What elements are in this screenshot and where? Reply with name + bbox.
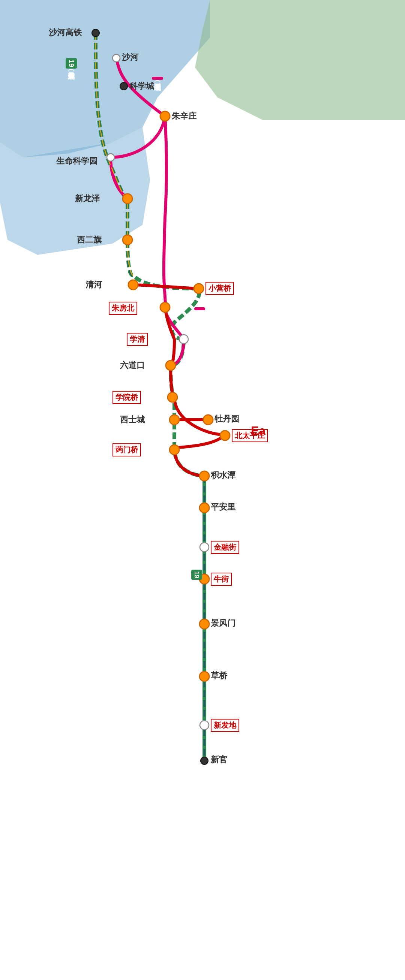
station-label-mudanyuan: 牡丹园	[215, 414, 239, 425]
station-label-shahe: 沙河	[122, 52, 139, 63]
station-label-jishuitan: 积水潭	[211, 469, 236, 481]
svg-point-5	[120, 83, 128, 90]
station-label-kexuecheng: 科学城	[129, 81, 154, 92]
svg-point-4	[113, 54, 120, 62]
station-label-jingfengmen: 景风门	[211, 617, 236, 629]
station-label-xinlongze: 新龙泽	[75, 193, 100, 204]
line-label-19north: 19号线北延（规划）	[65, 58, 77, 68]
station-label-xiaoyingqiao: 小营桥	[206, 282, 234, 295]
station-label-pinganli: 平安里	[211, 501, 236, 513]
svg-marker-2	[0, 127, 150, 255]
map-container: 沙河高铁 沙河 科学城 朱辛庄 生命科学园 新龙泽 西二旗 清河 小营桥 朱房北…	[0, 0, 405, 980]
station-label-niujie: 牛街	[211, 573, 232, 586]
svg-point-9	[123, 235, 132, 245]
svg-point-25	[199, 671, 209, 681]
line-label-19second: 19号线二期（在建）	[191, 570, 202, 580]
svg-marker-0	[0, 0, 210, 158]
station-label-zhuifangbei: 朱房北	[109, 302, 137, 315]
station-label-liudaokou: 六道口	[120, 360, 145, 371]
svg-point-10	[128, 280, 138, 290]
svg-point-3	[92, 29, 99, 37]
ea-label: Ea	[251, 424, 266, 438]
station-label-zhuxinzhuang: 朱辛庄	[172, 111, 196, 122]
svg-point-13	[179, 335, 188, 344]
station-label-xinguan: 新官	[211, 754, 227, 765]
station-label-jianmengqiao: 蒟门桥	[113, 443, 141, 457]
svg-point-15	[167, 392, 177, 402]
station-label-xueyuanqiao: 学院桥	[113, 391, 141, 404]
svg-point-24	[199, 619, 209, 629]
svg-point-27	[201, 757, 208, 765]
station-label-xishicheng: 西士城	[120, 414, 145, 425]
svg-point-20	[199, 471, 209, 481]
svg-marker-1	[195, 0, 405, 120]
svg-point-19	[169, 445, 179, 455]
svg-point-18	[220, 431, 230, 440]
station-label-caoqiao: 草桥	[211, 670, 227, 681]
svg-point-17	[203, 415, 213, 425]
svg-point-14	[166, 361, 175, 370]
station-label-rongjingjie: 金融街	[211, 541, 239, 554]
svg-point-12	[160, 302, 170, 312]
svg-point-16	[169, 415, 179, 425]
station-label-shayugaotie: 沙河高铁	[49, 27, 82, 38]
svg-point-8	[123, 194, 132, 204]
line-label-changpingsouth: 昌平线南延（在建）	[194, 307, 205, 310]
station-label-xinfadi: 新发地	[211, 719, 239, 732]
svg-point-22	[200, 542, 209, 552]
line-label-changpingnorth: 昌平线（规划）	[152, 77, 163, 80]
svg-point-21	[199, 503, 209, 513]
station-label-xierqi: 西二旗	[77, 234, 102, 245]
svg-point-7	[107, 154, 114, 161]
station-label-qinghe: 清河	[86, 279, 102, 290]
station-label-xueqing: 学清	[127, 333, 148, 346]
svg-point-11	[194, 284, 204, 293]
station-label-shengmingkeyuan: 生命科学园	[56, 156, 97, 167]
svg-point-26	[200, 721, 209, 730]
svg-point-6	[160, 111, 170, 121]
